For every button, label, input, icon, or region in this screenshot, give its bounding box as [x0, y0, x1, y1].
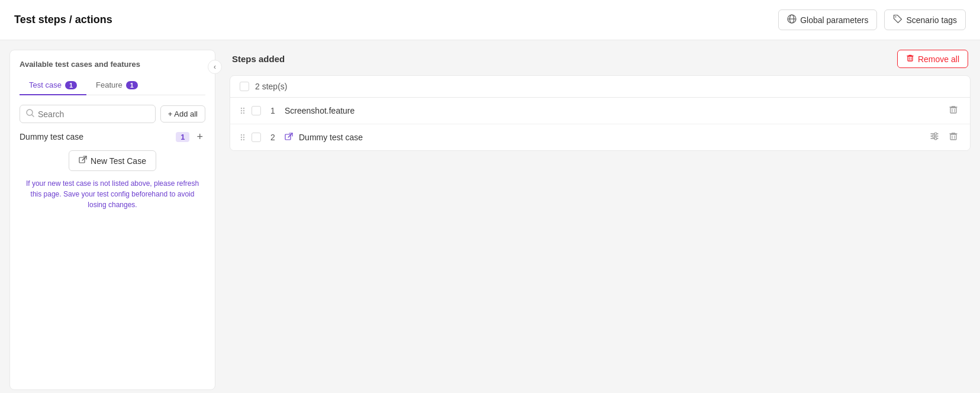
right-panel: Steps added Remove all 2 step(s [230, 50, 971, 390]
search-row: + Add all [20, 105, 205, 123]
svg-point-22 [241, 137, 242, 138]
step-2-checkbox[interactable] [252, 133, 261, 142]
page-title: Test steps / actions [14, 14, 112, 26]
svg-rect-17 [950, 108, 956, 113]
step-2-link-icon [285, 133, 293, 143]
main-content: Available test cases and features Test c… [0, 40, 980, 393]
step-2-delete-button[interactable] [946, 130, 960, 144]
search-icon [26, 109, 34, 119]
svg-point-16 [243, 112, 244, 114]
svg-rect-8 [908, 56, 913, 61]
svg-point-20 [241, 134, 242, 136]
tab-test-case-label: Test case [29, 80, 62, 89]
add-all-button[interactable]: + Add all [160, 105, 205, 123]
step-2-settings-button[interactable] [927, 130, 942, 144]
test-case-name: Dummy test case [20, 132, 83, 141]
tab-feature-label: Feature [96, 80, 122, 89]
step-1-delete-button[interactable] [946, 104, 960, 118]
svg-rect-34 [950, 134, 956, 140]
svg-point-13 [241, 110, 242, 111]
delete-icon [906, 54, 914, 64]
svg-line-5 [32, 115, 34, 117]
new-test-case-button[interactable]: New Test Case [69, 150, 156, 171]
chevron-left-icon: ‹ [214, 63, 216, 71]
global-parameters-button[interactable]: Global parameters [778, 9, 877, 30]
search-input-wrap[interactable] [20, 105, 156, 123]
tab-test-case-badge: 1 [65, 81, 77, 89]
step-2-number: 2 [267, 133, 279, 142]
step-1-checkbox[interactable] [252, 106, 261, 115]
svg-point-25 [243, 139, 244, 140]
external-link-icon [79, 156, 87, 166]
steps-select-bar: 2 step(s) [230, 76, 970, 98]
remove-all-label: Remove all [918, 54, 959, 64]
svg-point-12 [243, 108, 244, 109]
step-2-actions [927, 130, 960, 144]
svg-point-33 [934, 137, 937, 140]
page-header: Test steps / actions Global parameters S… [0, 0, 980, 40]
hint-text: If your new test case is not listed abov… [20, 178, 205, 210]
svg-point-14 [243, 110, 244, 111]
remove-all-button[interactable]: Remove all [897, 50, 968, 68]
globe-icon [787, 14, 797, 25]
svg-point-31 [934, 133, 937, 135]
svg-point-32 [932, 135, 934, 137]
svg-point-3 [895, 17, 897, 18]
test-case-right: 1 + [176, 130, 205, 143]
step-1-name: Screenshot.feature [285, 106, 940, 115]
sidebar-body: + Add all Dummy test case 1 + [10, 95, 215, 389]
steps-title: Steps added [232, 54, 285, 64]
svg-point-23 [243, 137, 244, 138]
scenario-tags-label: Scenario tags [906, 15, 957, 25]
select-all-checkbox[interactable] [240, 82, 249, 91]
svg-point-11 [241, 108, 242, 109]
svg-point-4 [27, 109, 33, 115]
tab-feature[interactable]: Feature 1 [86, 76, 147, 95]
header-actions: Global parameters Scenario tags [778, 9, 966, 30]
step-1-actions [946, 104, 960, 118]
svg-rect-26 [285, 134, 291, 140]
svg-point-15 [241, 112, 242, 114]
sidebar-header: Available test cases and features Test c… [10, 50, 215, 95]
steps-header: Steps added Remove all [230, 50, 971, 68]
svg-point-21 [243, 134, 244, 136]
tab-feature-badge: 1 [126, 81, 138, 89]
tab-test-case[interactable]: Test case 1 [20, 76, 86, 95]
test-case-list-item: Dummy test case 1 + [20, 130, 205, 143]
drag-handle-icon[interactable] [240, 107, 246, 115]
tag-icon [893, 14, 902, 25]
svg-rect-6 [79, 157, 85, 163]
drag-handle-icon[interactable] [240, 133, 246, 141]
add-all-label: + Add all [168, 109, 198, 118]
svg-point-24 [241, 139, 242, 140]
step-row: 2 Dummy test case [230, 124, 970, 150]
add-test-case-button[interactable]: + [194, 130, 205, 143]
scenario-tags-button[interactable]: Scenario tags [884, 9, 966, 30]
collapse-sidebar-button[interactable]: ‹ [208, 60, 222, 74]
step-row: 1 Screenshot.feature [230, 98, 970, 124]
steps-count: 2 step(s) [255, 82, 287, 91]
tabs: Test case 1 Feature 1 [20, 76, 205, 95]
steps-container: 2 step(s) 1 Screenshot.feature [230, 75, 971, 151]
step-2-name: Dummy test case [299, 133, 921, 142]
new-test-case-label: New Test Case [91, 156, 146, 166]
global-parameters-label: Global parameters [800, 15, 868, 25]
search-input[interactable] [38, 109, 149, 119]
sidebar: Available test cases and features Test c… [9, 50, 215, 390]
step-1-number: 1 [267, 106, 279, 115]
sidebar-title: Available test cases and features [20, 60, 205, 69]
test-case-count-badge: 1 [176, 132, 189, 142]
